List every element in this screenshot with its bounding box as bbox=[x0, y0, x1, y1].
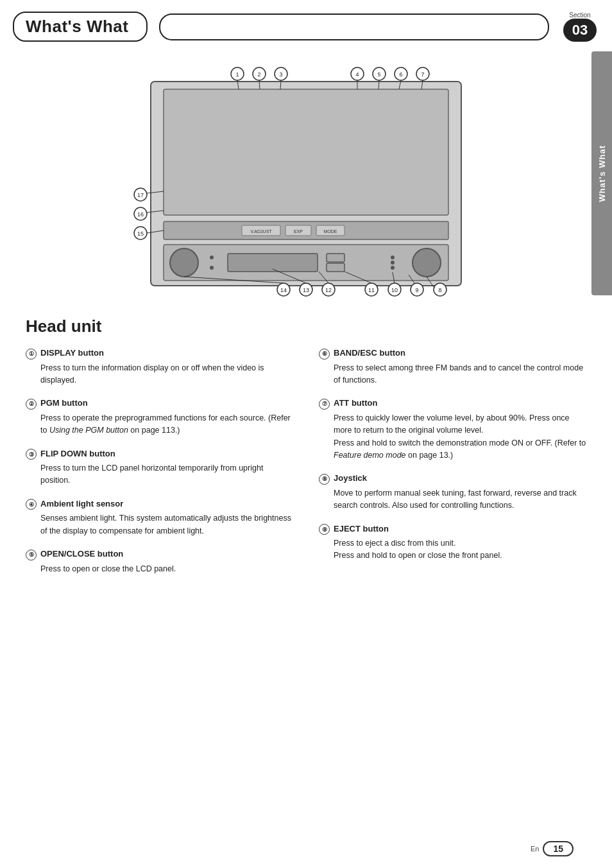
device-diagram-area: V.ADJUST EXP MODE bbox=[0, 60, 612, 304]
sidebar-label: What's What bbox=[597, 145, 607, 202]
item-2-num: ② bbox=[26, 399, 37, 410]
svg-line-70 bbox=[147, 191, 164, 193]
item-6-num: ⑥ bbox=[319, 349, 330, 360]
item-5: ⑤ OPEN/CLOSE button Press to open or clo… bbox=[26, 549, 293, 575]
item-5-text: Press to open or close the LCD panel. bbox=[26, 563, 293, 575]
svg-text:13: 13 bbox=[303, 287, 309, 293]
svg-point-59 bbox=[277, 283, 290, 296]
svg-point-62 bbox=[134, 227, 147, 239]
svg-point-53 bbox=[322, 283, 335, 296]
item-9-text: Press to eject a disc from this unit.Pre… bbox=[319, 537, 586, 562]
svg-rect-1 bbox=[164, 89, 448, 215]
item-6: ⑥ BAND/ESC button Press to select among … bbox=[319, 348, 586, 386]
svg-point-65 bbox=[134, 207, 147, 220]
svg-line-61 bbox=[184, 277, 284, 283]
svg-text:8: 8 bbox=[438, 287, 441, 293]
item-4-heading: ④ Ambient light sensor bbox=[26, 499, 293, 510]
item-5-title: OPEN/CLOSE button bbox=[40, 549, 123, 559]
item-7-heading: ⑦ ATT button bbox=[319, 398, 586, 410]
svg-line-64 bbox=[147, 230, 164, 233]
svg-point-44 bbox=[411, 283, 423, 296]
left-column: ① DISPLAY button Press to turn the infor… bbox=[26, 348, 293, 587]
item-4-text: Senses ambient light. This system automa… bbox=[26, 512, 293, 537]
svg-text:9: 9 bbox=[415, 287, 418, 293]
svg-rect-13 bbox=[327, 254, 344, 262]
section-label: Section bbox=[569, 12, 590, 19]
svg-rect-7 bbox=[316, 225, 344, 236]
svg-text:10: 10 bbox=[391, 287, 398, 293]
item-4: ④ Ambient light sensor Senses ambient li… bbox=[26, 499, 293, 537]
svg-point-68 bbox=[134, 188, 147, 201]
svg-point-18 bbox=[391, 261, 395, 265]
svg-line-46 bbox=[409, 275, 414, 283]
svg-line-43 bbox=[427, 277, 434, 287]
item-9-num: ⑨ bbox=[319, 524, 330, 535]
item-4-num: ④ bbox=[26, 499, 37, 510]
item-1-text: Press to turn the information display on… bbox=[26, 362, 293, 387]
svg-rect-12 bbox=[228, 254, 318, 272]
item-2-title: PGM button bbox=[40, 398, 88, 408]
header-middle-pill bbox=[159, 13, 549, 40]
svg-line-37 bbox=[399, 80, 401, 89]
svg-text:EXP: EXP bbox=[294, 229, 303, 234]
svg-rect-2 bbox=[164, 221, 448, 239]
item-5-num: ⑤ bbox=[26, 550, 37, 560]
page-footer: En 15 bbox=[531, 841, 574, 856]
item-7-title: ATT button bbox=[334, 398, 377, 408]
item-6-heading: ⑥ BAND/ESC button bbox=[319, 348, 586, 360]
svg-point-50 bbox=[365, 283, 378, 296]
page-header: What's What Section 03 bbox=[0, 0, 612, 42]
svg-line-34 bbox=[378, 80, 379, 89]
svg-point-17 bbox=[391, 256, 395, 259]
item-1-num: ① bbox=[26, 349, 37, 360]
svg-line-55 bbox=[319, 272, 328, 283]
svg-rect-5 bbox=[285, 225, 311, 236]
svg-point-26 bbox=[275, 67, 287, 80]
svg-text:2: 2 bbox=[257, 71, 260, 78]
svg-line-58 bbox=[273, 269, 306, 283]
svg-text:17: 17 bbox=[137, 192, 144, 198]
item-7: ⑦ ATT button Press to quickly lower the … bbox=[319, 398, 586, 462]
svg-line-28 bbox=[280, 80, 281, 89]
svg-text:11: 11 bbox=[368, 287, 375, 293]
diagram-svg: V.ADJUST EXP MODE bbox=[126, 60, 486, 304]
item-9-heading: ⑨ EJECT button bbox=[319, 524, 586, 535]
svg-text:14: 14 bbox=[280, 287, 287, 293]
device-diagram: V.ADJUST EXP MODE bbox=[126, 60, 486, 304]
svg-point-56 bbox=[300, 283, 312, 296]
item-8-num: ⑧ bbox=[319, 474, 330, 485]
svg-rect-0 bbox=[151, 82, 461, 286]
svg-text:V.ADJUST: V.ADJUST bbox=[250, 229, 272, 234]
section-badge: Section 03 bbox=[561, 12, 599, 42]
svg-text:1: 1 bbox=[235, 71, 239, 78]
item-1-title: DISPLAY button bbox=[40, 348, 104, 358]
item-9-title: EJECT button bbox=[334, 524, 389, 534]
svg-text:5: 5 bbox=[377, 71, 380, 78]
svg-point-15 bbox=[210, 256, 214, 259]
item-3: ③ FLIP DOWN button Press to turn the LCD… bbox=[26, 449, 293, 487]
svg-text:15: 15 bbox=[137, 230, 144, 237]
item-7-num: ⑦ bbox=[319, 399, 330, 410]
item-8-heading: ⑧ Joystick bbox=[319, 473, 586, 485]
svg-text:12: 12 bbox=[325, 287, 332, 293]
svg-point-47 bbox=[388, 283, 401, 296]
svg-point-29 bbox=[351, 67, 364, 80]
page-number-badge: 15 bbox=[543, 841, 574, 856]
item-2: ② PGM button Press to operate the prepro… bbox=[26, 398, 293, 437]
svg-line-25 bbox=[259, 80, 260, 89]
svg-point-11 bbox=[412, 248, 441, 277]
item-3-text: Press to turn the LCD panel horizontal t… bbox=[26, 462, 293, 487]
svg-line-49 bbox=[393, 272, 395, 283]
svg-text:3: 3 bbox=[279, 71, 282, 78]
section-number: 03 bbox=[563, 19, 597, 42]
footer-lang: En bbox=[531, 845, 539, 853]
item-3-title: FLIP DOWN button bbox=[40, 449, 115, 458]
svg-point-38 bbox=[416, 67, 429, 80]
svg-point-19 bbox=[391, 266, 395, 270]
svg-rect-9 bbox=[164, 245, 448, 281]
item-7-text: Press to quickly lower the volume level,… bbox=[319, 412, 586, 462]
svg-point-32 bbox=[373, 67, 386, 80]
section-title: Head unit bbox=[26, 317, 586, 336]
item-4-title: Ambient light sensor bbox=[40, 499, 123, 508]
sidebar-tab: What's What bbox=[591, 51, 612, 295]
